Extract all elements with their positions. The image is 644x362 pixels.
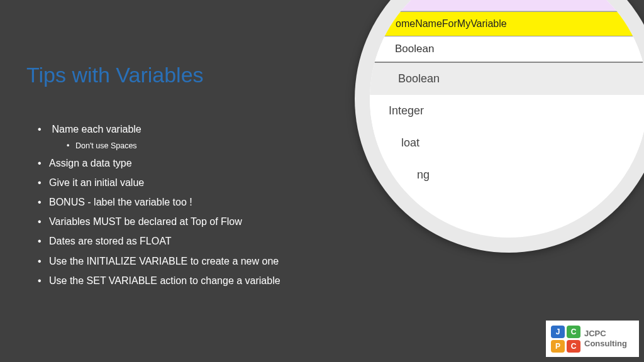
type-option-boolean[interactable]: Boolean xyxy=(370,63,644,95)
magnifier-circle: omeNameForMyVariable Boolean Boolean Int… xyxy=(355,0,644,253)
type-option-string[interactable]: ng xyxy=(370,159,644,191)
logo-tiles: J C P C xyxy=(551,326,580,353)
logo-tile-p: P xyxy=(551,340,565,353)
logo-tile-c2: C xyxy=(567,340,580,353)
bullet-item: BONUS - label the variable too ! xyxy=(38,192,280,212)
logo-line1: JCPC xyxy=(584,329,627,339)
bullet-item: Name each variable Don't use Spaces xyxy=(38,119,280,153)
type-dropdown[interactable]: Boolean xyxy=(370,36,644,63)
jcpc-logo: J C P C JCPC Consulting xyxy=(546,321,639,357)
bullet-text: Name each variable xyxy=(52,124,141,134)
variable-name-field[interactable]: omeNameForMyVariable xyxy=(370,11,644,36)
logo-text: JCPC Consulting xyxy=(584,329,627,349)
panel-header xyxy=(370,0,644,11)
bullet-item: Assign a data type xyxy=(38,153,280,173)
slide-title: Tips with Variables xyxy=(26,63,204,87)
bullet-item: Dates are stored as FLOAT xyxy=(38,231,280,251)
magnifier-content: omeNameForMyVariable Boolean Boolean Int… xyxy=(370,0,644,238)
logo-line2: Consulting xyxy=(584,339,627,349)
variable-panel: omeNameForMyVariable Boolean Boolean Int… xyxy=(370,0,644,191)
bullet-item: Use the SET VARIABLE action to change a … xyxy=(38,271,280,290)
bullet-item: Give it an initial value xyxy=(38,173,280,192)
sub-bullet-item: Don't use Spaces xyxy=(67,139,280,153)
logo-tile-j: J xyxy=(551,326,565,338)
type-option-integer[interactable]: Integer xyxy=(370,95,644,127)
type-option-float[interactable]: loat xyxy=(370,127,644,159)
bullet-item: Use the INITIALIZE VARIABLE to create a … xyxy=(38,251,280,271)
bullet-list: Name each variable Don't use Spaces Assi… xyxy=(38,119,280,290)
sub-bullet-list: Don't use Spaces xyxy=(67,139,280,153)
logo-tile-c: C xyxy=(567,326,580,338)
bullet-item: Variables MUST be declared at Top of Flo… xyxy=(38,212,280,231)
